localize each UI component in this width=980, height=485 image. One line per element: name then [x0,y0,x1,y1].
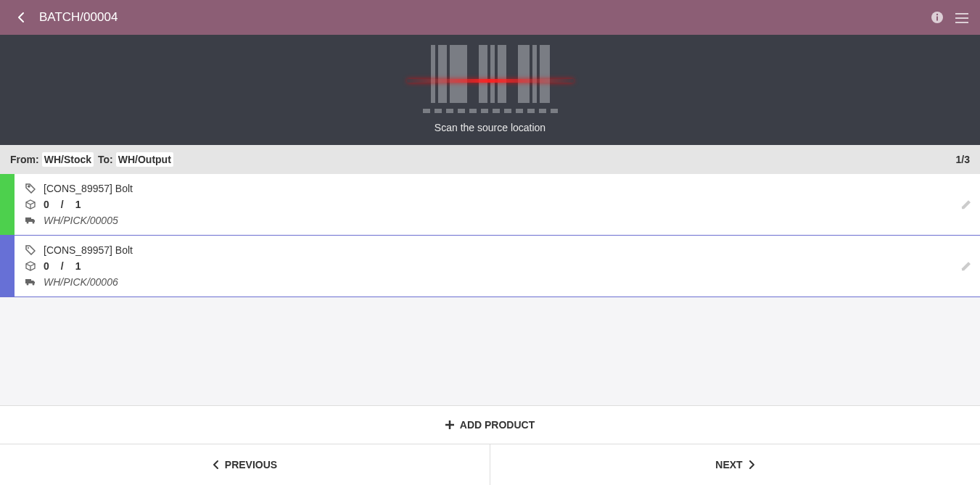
chevron-left-icon [213,460,219,470]
truck-icon [25,278,36,286]
tag-icon [25,245,36,255]
package-icon [25,261,36,271]
svg-rect-4 [955,17,968,19]
svg-rect-2 [936,17,938,21]
package-icon [25,199,36,210]
scan-line [407,79,574,83]
location-bar: From: WH/Stock To: WH/Output 1/3 [0,145,980,174]
item-qty-done: 0 [44,199,49,210]
pencil-icon [961,262,971,272]
svg-point-13 [33,283,35,286]
add-product-button[interactable]: ADD PRODUCT [0,406,980,444]
svg-rect-5 [955,22,968,23]
qty-separator: / [61,260,64,272]
svg-point-9 [33,222,35,224]
item-content: [CONS_89957] Bolt 0 / 1 WH/PICK/00005 [15,174,980,235]
item-pick-ref: WH/PICK/00005 [44,215,118,226]
from-value: WH/Stock [42,152,94,167]
page-total: 3 [964,154,970,165]
item-product: [CONS_89957] Bolt [44,244,133,256]
list-item[interactable]: [CONS_89957] Bolt 0 / 1 WH/PICK/00005 [0,174,980,236]
item-color-indicator [0,174,15,235]
item-pick-ref: WH/PICK/00006 [44,276,118,288]
info-icon [931,11,944,24]
item-content: [CONS_89957] Bolt 0 / 1 WH/PICK/00006 [15,236,980,297]
add-product-label: ADD PRODUCT [460,419,535,431]
next-label: NEXT [715,459,742,471]
page-counter: 1/3 [956,154,970,165]
svg-point-6 [28,186,29,187]
scan-instruction: Scan the source location [435,122,545,133]
hamburger-icon [955,13,968,23]
info-button[interactable] [931,11,944,24]
svg-point-8 [27,222,29,224]
nav-buttons: PREVIOUS NEXT [0,444,980,485]
from-label: From: [10,154,39,165]
item-qty-total: 1 [75,199,81,210]
next-button[interactable]: NEXT [490,444,980,485]
chevron-right-icon [749,460,755,470]
page-current: 1 [956,154,962,165]
svg-rect-7 [25,217,31,222]
item-qty-total: 1 [75,260,81,272]
edit-item-button[interactable] [961,199,971,210]
chevron-left-icon [17,12,25,23]
back-button[interactable] [12,9,30,26]
svg-rect-11 [25,279,31,283]
menu-button[interactable] [955,12,968,22]
item-color-indicator [0,236,15,297]
svg-rect-3 [955,13,968,14]
item-product: [CONS_89957] Bolt [44,183,133,194]
truck-icon [25,216,36,225]
header-actions [931,11,968,24]
barcode-graphic [418,45,563,110]
list-item[interactable]: [CONS_89957] Bolt 0 / 1 WH/PICK/00006 [0,236,980,297]
svg-point-12 [27,283,29,286]
to-label: To: [98,154,113,165]
tag-icon [25,183,36,194]
svg-point-10 [28,247,29,249]
pencil-icon [961,200,971,210]
items-list: [CONS_89957] Bolt 0 / 1 WH/PICK/00005 [0,174,980,405]
app-header: BATCH/00004 [0,0,980,35]
scanner-panel: Scan the source location [0,35,980,145]
page-title: BATCH/00004 [39,10,931,25]
svg-point-1 [936,14,938,15]
to-value: WH/Output [116,152,173,167]
item-qty-done: 0 [44,260,49,272]
previous-label: PREVIOUS [225,459,277,471]
previous-button[interactable]: PREVIOUS [0,444,490,485]
plus-icon [445,420,454,429]
bottom-bar: ADD PRODUCT PREVIOUS NEXT [0,405,980,485]
qty-separator: / [61,199,64,210]
edit-item-button[interactable] [961,260,971,271]
